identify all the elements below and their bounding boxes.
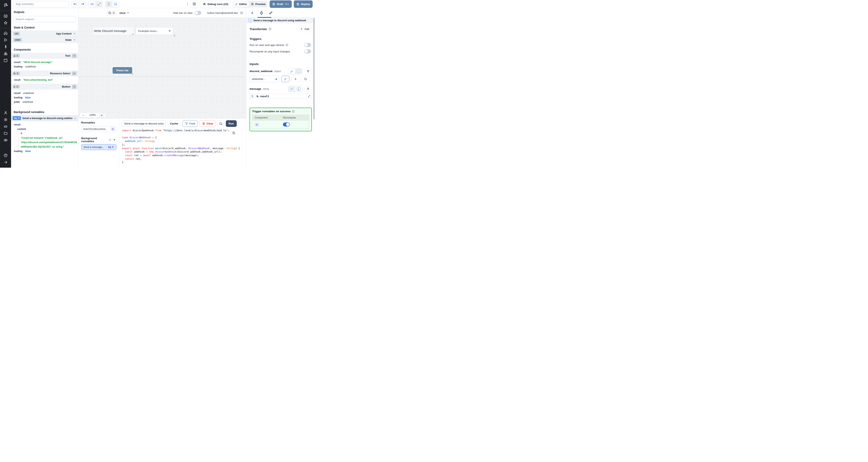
- resize-handle[interactable]: [131, 73, 133, 74]
- state-row[interactable]: state State: [11, 37, 78, 43]
- reload-script-button[interactable]: [218, 120, 224, 127]
- run-button[interactable]: Run: [226, 120, 237, 127]
- search-outputs-input[interactable]: [13, 16, 76, 22]
- info-icon[interactable]: [269, 28, 272, 30]
- apps-icon[interactable]: [2, 13, 9, 20]
- app-summary-input[interactable]: [13, 1, 69, 7]
- folders-icon[interactable]: [2, 130, 9, 137]
- connect-plug-button[interactable]: [304, 86, 312, 92]
- users-icon[interactable]: [2, 109, 9, 116]
- fullscreen-layout-button[interactable]: [96, 1, 102, 7]
- settings-gear-icon[interactable]: [2, 116, 9, 123]
- schedules-calendar-icon[interactable]: [2, 57, 9, 64]
- message-expression-editor[interactable]: 1 b.result: [250, 94, 312, 99]
- audit-eye-icon[interactable]: [2, 137, 9, 143]
- component-b-id[interactable]: b: [13, 72, 20, 75]
- info-icon[interactable]: [292, 110, 295, 113]
- bg0-name: Send a message to discord using webhook: [23, 117, 72, 120]
- tab-editor[interactable]: Editor: [233, 1, 249, 7]
- recompute-c-toggle[interactable]: [283, 123, 290, 127]
- docs-book-button[interactable]: [191, 0, 198, 8]
- recompute-on-change-toggle[interactable]: [304, 50, 311, 54]
- chevron-down-icon[interactable]: [73, 32, 76, 35]
- text-component[interactable]: Write Discord message:: [94, 27, 133, 35]
- hide-bar-toggle[interactable]: [194, 11, 201, 15]
- scrollbar-thumb[interactable]: [313, 18, 315, 120]
- desktop-view-button[interactable]: [112, 1, 119, 7]
- more-menu-button[interactable]: ⋮: [186, 2, 189, 6]
- component-c-id[interactable]: c: [13, 85, 20, 88]
- bg0-header[interactable]: bg_0 Send a message to discord using web…: [11, 115, 78, 121]
- center-layout-button[interactable]: [89, 1, 95, 7]
- resource-select-component[interactable]: Example resou... ×: [135, 27, 173, 35]
- press-me-button[interactable]: Press me: [113, 67, 132, 74]
- collapse-a-button[interactable]: [72, 54, 76, 58]
- runs-icon[interactable]: [2, 37, 9, 43]
- tab-component-settings[interactable]: [259, 11, 264, 15]
- collapse-c-button[interactable]: [72, 85, 76, 89]
- edit-resource-button[interactable]: [281, 76, 289, 82]
- cache-button[interactable]: Cache: [167, 120, 181, 127]
- workers-robot-icon[interactable]: [2, 123, 9, 130]
- tab-theme-brush[interactable]: [269, 11, 273, 15]
- expand-editor-icon[interactable]: [306, 94, 312, 99]
- component-c-header[interactable]: c Button: [11, 84, 78, 90]
- copy-code-icon[interactable]: [232, 132, 235, 135]
- message-expression[interactable]: b.result: [255, 94, 306, 99]
- resize-handle[interactable]: [174, 35, 175, 36]
- component-b-header[interactable]: b Resource Select: [11, 70, 78, 76]
- eval-fn-mode[interactable]: ƒ: [295, 86, 302, 92]
- variables-icon[interactable]: [2, 43, 9, 50]
- connect-plug-button[interactable]: [304, 68, 312, 74]
- add-resource-button[interactable]: [291, 76, 299, 82]
- clear-button[interactable]: Clear: [199, 120, 216, 127]
- collapse-b-button[interactable]: [72, 71, 76, 75]
- refresh-count-button[interactable]: 0: [106, 10, 117, 15]
- background-runnable-item-selected[interactable]: Send a message... bg_0: [81, 144, 117, 150]
- help-icon[interactable]: [2, 152, 9, 159]
- undo-button[interactable]: [71, 1, 79, 7]
- script-name-input[interactable]: [122, 120, 166, 127]
- edit-pencil-icon[interactable]: [74, 117, 76, 120]
- resize-handle[interactable]: [132, 33, 133, 35]
- deploy-button[interactable]: Deploy: [294, 0, 313, 8]
- fork-button[interactable]: Fork: [182, 120, 198, 127]
- resources-icon[interactable]: [2, 50, 9, 57]
- chevron-down-icon: [127, 11, 129, 14]
- static-pencil-mode[interactable]: [288, 86, 295, 92]
- clear-selection-icon[interactable]: ×: [169, 29, 170, 33]
- add-background-runnable-button[interactable]: [112, 137, 117, 142]
- mobile-view-button[interactable]: [105, 1, 112, 7]
- code-editor[interactable]: import discordwebhook from "https://deno…: [122, 129, 244, 164]
- tab-preview[interactable]: Preview: [249, 1, 267, 7]
- runnables-panel: Runnables hub/1511/discord/se... c Backg…: [79, 119, 119, 168]
- eval-fn-mode[interactable]: ƒ: [295, 68, 302, 74]
- info-icon[interactable]: [240, 11, 243, 14]
- resource-picker[interactable]: u/henri/te... ×: [250, 76, 279, 82]
- component-a-id[interactable]: a: [13, 54, 20, 58]
- windmill-logo-icon[interactable]: [2, 2, 9, 8]
- button-component[interactable]: Press me: [112, 66, 133, 74]
- run-on-start-toggle[interactable]: [304, 43, 311, 47]
- info-icon[interactable]: [285, 43, 288, 46]
- component-a-header[interactable]: a Text: [11, 53, 78, 59]
- debug-runs-button[interactable]: Debug runs (23): [200, 0, 231, 8]
- clear-resource-icon[interactable]: ×: [275, 77, 277, 81]
- refresh-mode-dropdown[interactable]: once: [119, 11, 129, 14]
- collapse-arrow-icon[interactable]: [2, 159, 9, 166]
- zoom-out-button[interactable]: −: [81, 113, 86, 117]
- refresh-resource-button[interactable]: [301, 76, 309, 82]
- chevron-down-icon[interactable]: [73, 38, 76, 41]
- runnable-item[interactable]: hub/1511/discord/se... c: [81, 126, 117, 132]
- ctx-row[interactable]: ctx App Context: [11, 31, 78, 37]
- home-icon[interactable]: [2, 30, 9, 37]
- redo-button[interactable]: [79, 1, 86, 7]
- static-pencil-mode[interactable]: [288, 68, 295, 74]
- add-transformer-button[interactable]: Add: [298, 26, 312, 32]
- draft-button[interactable]: Draft ⌘S: [270, 0, 292, 8]
- resource-select-value: Example resou...: [138, 30, 158, 33]
- app-canvas[interactable]: Write Discord message: Example resou... …: [79, 18, 246, 118]
- favorites-star-icon[interactable]: [2, 20, 9, 26]
- tab-insert-component[interactable]: [250, 11, 254, 15]
- zoom-in-button[interactable]: +: [99, 113, 104, 117]
